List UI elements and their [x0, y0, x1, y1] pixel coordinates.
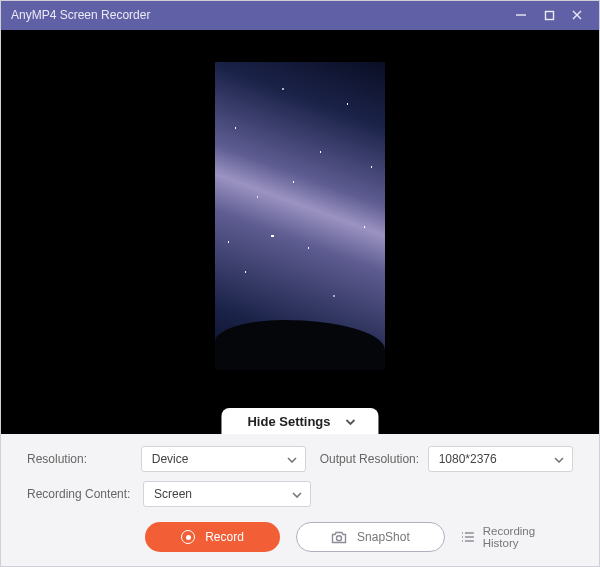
list-icon — [461, 531, 475, 543]
settings-row-2: Recording Content: Screen — [27, 481, 573, 507]
svg-rect-0 — [545, 11, 553, 19]
close-button[interactable] — [563, 1, 591, 30]
record-label: Record — [205, 530, 244, 544]
output-resolution-value: 1080*2376 — [439, 452, 497, 466]
maximize-button[interactable] — [535, 1, 563, 30]
record-button[interactable]: Record — [145, 522, 280, 552]
chevron-down-icon — [292, 492, 302, 498]
recording-content-value: Screen — [154, 487, 192, 501]
minimize-button[interactable] — [507, 1, 535, 30]
camera-icon — [331, 531, 347, 544]
snapshot-button[interactable]: SnapShot — [296, 522, 445, 552]
close-icon — [571, 9, 583, 21]
settings-row-1: Resolution: Device Output Resolution: 10… — [27, 446, 573, 472]
output-resolution-select[interactable]: 1080*2376 — [428, 446, 573, 472]
resolution-select[interactable]: Device — [141, 446, 306, 472]
minimize-icon — [515, 9, 527, 21]
recording-content-label: Recording Content: — [27, 487, 135, 501]
recording-history-link[interactable]: Recording History — [461, 525, 573, 549]
app-window: AnyMP4 Screen Recorder Hide Settings — [0, 0, 600, 567]
device-preview — [215, 62, 385, 432]
hide-settings-toggle[interactable]: Hide Settings — [221, 408, 378, 434]
settings-panel: Resolution: Device Output Resolution: 10… — [1, 434, 599, 566]
chevron-down-icon — [554, 457, 564, 463]
hide-settings-label: Hide Settings — [247, 414, 330, 429]
resolution-label: Resolution: — [27, 452, 133, 466]
output-resolution-label: Output Resolution: — [314, 452, 420, 466]
device-screen — [215, 62, 385, 362]
snapshot-label: SnapShot — [357, 530, 410, 544]
preview-area: Hide Settings — [1, 30, 599, 434]
app-title: AnyMP4 Screen Recorder — [11, 8, 507, 22]
maximize-icon — [544, 10, 555, 21]
recording-content-select[interactable]: Screen — [143, 481, 311, 507]
titlebar[interactable]: AnyMP4 Screen Recorder — [1, 1, 599, 30]
chevron-down-icon — [287, 457, 297, 463]
actions-row: Record SnapShot Recording History — [27, 522, 573, 552]
recording-history-label: Recording History — [483, 525, 573, 549]
resolution-value: Device — [152, 452, 189, 466]
record-icon — [181, 530, 195, 544]
chevron-down-icon — [345, 418, 357, 426]
svg-point-1 — [337, 535, 342, 540]
